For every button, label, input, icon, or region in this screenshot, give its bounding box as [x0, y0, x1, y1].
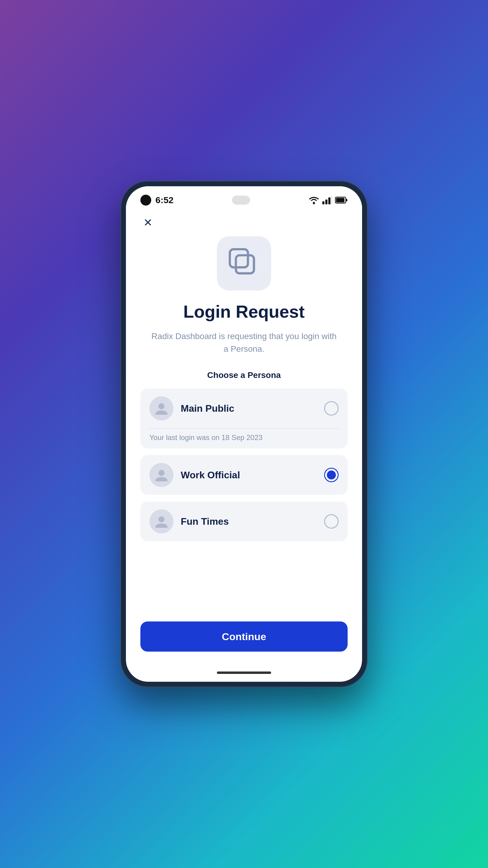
app-icon [227, 247, 261, 280]
persona-avatar-main-public [150, 396, 173, 421]
svg-point-14 [158, 403, 164, 409]
svg-rect-4 [331, 196, 332, 204]
persona-name-work-official: Work Official [181, 470, 317, 481]
persona-row-fun-times[interactable]: Fun Times [140, 501, 348, 541]
status-left: 6:52 [140, 195, 173, 206]
status-center-notch [232, 195, 250, 205]
status-bar: 6:52 [126, 186, 362, 209]
svg-rect-2 [325, 199, 327, 204]
phone-screen: 6:52 [126, 186, 362, 682]
battery-icon [335, 196, 348, 204]
radio-button-work-official[interactable] [324, 468, 338, 482]
page-subtitle: Radix Dashboard is requesting that you l… [140, 330, 348, 355]
persona-last-login-main-public: Your last login was on 18 Sep 2023 [140, 429, 348, 448]
avatar-icon-work-official [154, 467, 169, 483]
svg-rect-1 [322, 201, 324, 204]
svg-rect-13 [236, 255, 254, 273]
svg-point-0 [313, 202, 315, 204]
app-icon-container [217, 236, 271, 290]
avatar-icon-fun-times [154, 514, 169, 529]
main-content: ✕ Login Request Radix Dashboard is reque… [126, 209, 362, 664]
persona-avatar-work-official [150, 463, 173, 487]
persona-card-main-public[interactable]: Main Public Your last login was on 18 Se… [140, 389, 348, 448]
svg-rect-3 [328, 197, 330, 204]
home-indicator [217, 672, 271, 674]
svg-rect-6 [346, 199, 347, 201]
persona-avatar-fun-times [150, 509, 173, 533]
status-time: 6:52 [156, 195, 173, 205]
persona-row-work-official[interactable]: Work Official [140, 455, 348, 495]
page-title: Login Request [184, 301, 305, 321]
home-bar [126, 664, 362, 682]
persona-list: Main Public Your last login was on 18 Se… [140, 389, 348, 541]
svg-rect-7 [336, 198, 344, 203]
avatar-icon-main-public [154, 401, 169, 416]
continue-button[interactable]: Continue [140, 621, 348, 652]
signal-icon [322, 196, 332, 204]
svg-rect-9 [236, 255, 254, 273]
close-button[interactable]: ✕ [140, 215, 156, 230]
radio-button-main-public[interactable] [324, 401, 338, 415]
persona-card-fun-times[interactable]: Fun Times [140, 501, 348, 541]
phone-frame: 6:52 [121, 181, 367, 687]
camera-dot [140, 195, 151, 206]
choose-persona-label: Choose a Persona [207, 370, 281, 380]
svg-point-16 [158, 516, 164, 522]
persona-card-work-official[interactable]: Work Official [140, 455, 348, 495]
persona-name-main-public: Main Public [181, 403, 317, 414]
svg-point-15 [158, 470, 164, 476]
status-right [308, 196, 348, 204]
wifi-icon [308, 196, 319, 204]
radio-button-fun-times[interactable] [324, 514, 338, 529]
persona-row-main-public[interactable]: Main Public [140, 389, 348, 428]
persona-name-fun-times: Fun Times [181, 516, 317, 527]
